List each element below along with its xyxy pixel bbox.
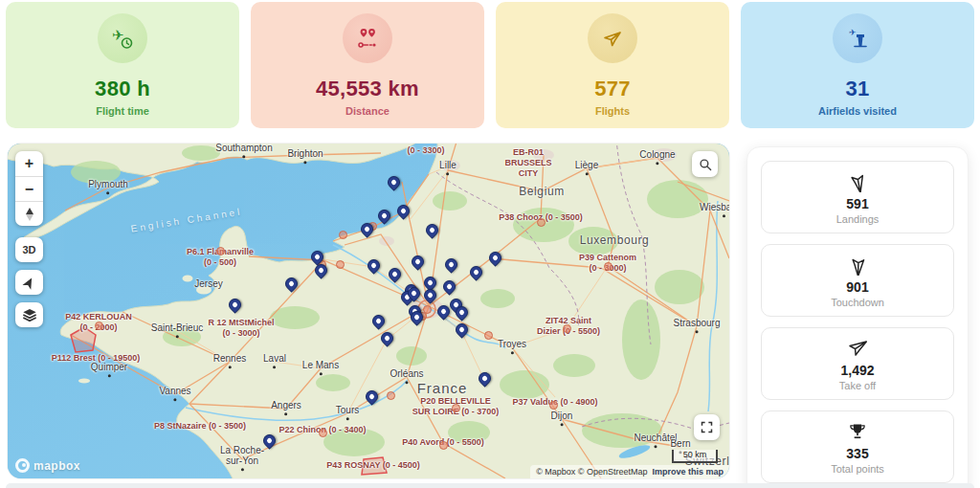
map-pin[interactable] xyxy=(409,253,426,270)
zoom-in-button[interactable]: + xyxy=(15,151,43,176)
airfields-value: 31 xyxy=(845,77,869,101)
distance-value: 45,553 km xyxy=(316,77,419,101)
map-pin[interactable] xyxy=(282,275,300,292)
city-label: Dijon xyxy=(551,410,573,426)
visited-airfield-marker[interactable] xyxy=(563,324,571,333)
stat-card-flights: 577 Flights xyxy=(496,2,729,128)
city-label: Plymouth xyxy=(88,179,128,194)
side-card-total-points: 335 Total points xyxy=(761,410,954,483)
map-pin[interactable] xyxy=(421,286,438,303)
airspace-label: P112 Brest (0 - 19500) xyxy=(52,353,141,364)
visited-airfield-marker[interactable] xyxy=(484,331,493,340)
visited-airfield-marker[interactable] xyxy=(319,429,327,437)
visited-airfield-marker[interactable] xyxy=(339,231,347,239)
flight-time-value: 380 h xyxy=(95,77,150,101)
visited-airfield-marker[interactable] xyxy=(216,247,225,255)
map-attribution: © Mapbox © OpenStreetMap Improve this ma… xyxy=(530,465,729,478)
city-label: Rennes xyxy=(213,353,246,368)
country-label: Luxembourg xyxy=(580,233,650,247)
map-pin[interactable] xyxy=(385,173,402,190)
map-pin[interactable] xyxy=(365,256,382,274)
compass-icon xyxy=(23,207,36,222)
geolocate-button[interactable] xyxy=(15,270,43,295)
city-label: Quimper xyxy=(91,362,127,377)
main-row: PlymouthSouthamptonBrightonLilleLiègeCol… xyxy=(0,144,980,488)
takeoff-label: Take off xyxy=(769,380,946,391)
stat-card-airfields: ✈ 31 Airfields visited xyxy=(741,2,974,128)
plane-landing-icon xyxy=(769,170,946,193)
map-pin[interactable] xyxy=(453,321,470,338)
trophy-icon xyxy=(769,420,946,443)
map-pin[interactable] xyxy=(486,249,503,266)
visited-airfield-marker[interactable] xyxy=(387,391,395,400)
airfield-tower-icon: ✈ xyxy=(833,13,882,63)
mapbox-logo-text: mapbox xyxy=(33,459,80,473)
flights-paper-plane-icon xyxy=(588,13,637,63)
map-search-button[interactable] xyxy=(692,151,718,177)
side-card-takeoff: 1,492 Take off xyxy=(761,327,954,400)
city-label: Southampton xyxy=(215,144,273,158)
map-pin[interactable] xyxy=(440,277,457,295)
mapbox-logo-icon xyxy=(15,458,30,473)
map-canvas[interactable]: PlymouthSouthamptonBrightonLilleLiègeCol… xyxy=(8,144,729,478)
map-pin[interactable] xyxy=(375,207,392,224)
map-overlays: PlymouthSouthamptonBrightonLilleLiègeCol… xyxy=(8,144,729,478)
visited-airfield-marker[interactable] xyxy=(95,322,103,330)
total-points-label: Total points xyxy=(769,463,946,475)
city-label: Vannes xyxy=(159,386,190,401)
fullscreen-button[interactable] xyxy=(694,414,720,440)
city-label: Laval xyxy=(263,353,286,368)
fullscreen-icon xyxy=(700,420,714,434)
flights-value: 577 xyxy=(594,77,631,101)
city-label: Liège xyxy=(575,160,598,175)
airspace-label: P43 ROSNAY (0 - 4500) xyxy=(326,460,420,471)
city-label: Troyes xyxy=(498,339,526,354)
map-zoom-control: + − xyxy=(15,151,43,226)
layers-button[interactable] xyxy=(15,302,43,327)
country-label: France xyxy=(417,380,468,396)
city-label: Jersey xyxy=(194,278,222,289)
layers-icon xyxy=(22,307,37,322)
landings-label: Landings xyxy=(769,213,946,225)
flight-time-label: Flight time xyxy=(96,105,149,117)
mapbox-logo[interactable]: mapbox xyxy=(15,458,80,473)
map-pin[interactable] xyxy=(226,296,243,313)
city-label: Strasbourg xyxy=(674,318,721,333)
map-pin[interactable] xyxy=(476,369,493,387)
visited-airfield-marker[interactable] xyxy=(336,260,345,269)
visited-airfield-marker[interactable] xyxy=(439,441,448,450)
airspace-label: (0 - 3300) xyxy=(407,145,444,156)
visited-airfield-marker[interactable] xyxy=(604,262,612,271)
city-label: Cologne xyxy=(639,149,675,165)
map-pin[interactable] xyxy=(378,329,395,346)
map-pin[interactable] xyxy=(467,263,484,280)
side-panel: 591 Landings 901 Touchdown 1,492 xyxy=(746,146,969,488)
city-label: Brighton xyxy=(287,148,323,164)
map-pin[interactable] xyxy=(423,221,440,238)
map-pin[interactable] xyxy=(394,202,412,219)
city-label: Wiesbaden xyxy=(700,202,729,217)
map-3d-button[interactable]: 3D xyxy=(15,237,43,262)
touchdown-value: 901 xyxy=(769,279,946,295)
map-pin[interactable] xyxy=(363,388,380,405)
geolocate-arrow-icon xyxy=(22,276,36,290)
visited-airfield-marker[interactable] xyxy=(549,401,558,410)
visited-airfield-marker[interactable] xyxy=(537,218,546,227)
zoom-out-button[interactable]: − xyxy=(15,176,43,201)
attribution-text[interactable]: © Mapbox © OpenStreetMap xyxy=(536,467,647,477)
visited-airfield-marker[interactable] xyxy=(452,404,460,412)
improve-map-link[interactable]: Improve this map xyxy=(652,467,724,477)
compass-button[interactable] xyxy=(15,201,43,226)
stat-card-distance: 45,553 km Distance xyxy=(251,2,484,128)
map-pin[interactable] xyxy=(386,265,403,282)
side-card-touchdown: 901 Touchdown xyxy=(761,244,954,317)
stats-row: ✈ 380 h Flight time 45,55 xyxy=(0,0,980,128)
map-scale-bar: 50 km xyxy=(672,450,718,463)
flight-time-icon: ✈ xyxy=(98,13,147,63)
map-pin[interactable] xyxy=(369,312,387,329)
country-label: Belgium xyxy=(519,185,565,198)
svg-text:✈: ✈ xyxy=(849,28,857,37)
takeoff-value: 1,492 xyxy=(769,363,946,378)
map-pin[interactable] xyxy=(442,255,459,273)
airspace-label: R 12 MtStMichel (0 - 3000) xyxy=(208,318,274,339)
